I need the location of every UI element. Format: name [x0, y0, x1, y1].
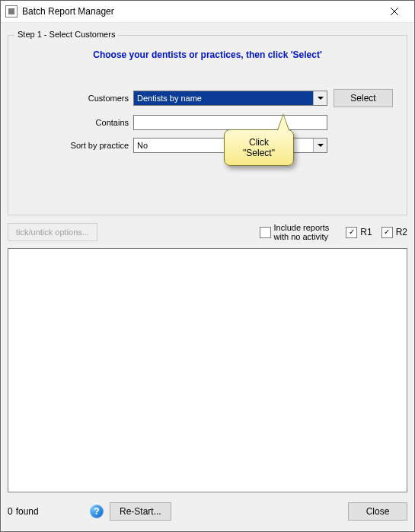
- close-button[interactable]: Close: [348, 502, 407, 521]
- chevron-down-icon: [313, 91, 327, 105]
- checkbox-icon: ✓: [381, 227, 393, 238]
- help-button[interactable]: ?: [90, 505, 104, 518]
- include-no-activity-checkbox[interactable]: Include reports with no activity: [260, 223, 330, 241]
- contains-row: Contains: [18, 115, 397, 130]
- options-row: tick/untick options... Include reports w…: [8, 221, 407, 244]
- tutorial-callout: Click "Select": [224, 129, 294, 166]
- customers-label: Customers: [18, 94, 133, 103]
- client-area: Step 1 - Select Customers Choose your de…: [2, 23, 413, 530]
- window-frame: Batch Report Manager Step 1 - Select Cus…: [0, 0, 415, 532]
- select-button[interactable]: Select: [334, 89, 393, 107]
- count-number: 0: [8, 506, 13, 517]
- checkbox-icon: ✓: [346, 227, 357, 238]
- window-title: Batch Report Manager: [22, 6, 379, 17]
- close-icon: [391, 8, 398, 15]
- sort-row: Sort by practice No: [18, 138, 397, 153]
- footer-bar: 0 found ? Re-Start... Close: [8, 500, 407, 523]
- result-count: 0 found: [8, 506, 84, 517]
- found-label: found: [16, 506, 39, 517]
- step1-instruction: Choose your dentists or practices, then …: [8, 49, 407, 60]
- tick-untick-button[interactable]: tick/untick options...: [8, 223, 97, 241]
- checkbox-icon: [260, 227, 271, 238]
- titlebar[interactable]: Batch Report Manager: [1, 1, 414, 23]
- contains-label: Contains: [18, 118, 133, 127]
- callout-text: Click "Select": [243, 137, 275, 158]
- sort-label: Sort by practice: [18, 141, 133, 150]
- r2-checkbox[interactable]: ✓ R2: [381, 227, 407, 238]
- customers-row: Customers Dentists by name Select: [18, 89, 397, 107]
- customers-combo[interactable]: Dentists by name: [133, 91, 327, 106]
- app-icon: [5, 5, 18, 18]
- chevron-down-icon: [313, 139, 327, 152]
- contains-input[interactable]: [133, 115, 327, 130]
- r1-checkbox[interactable]: ✓ R1: [346, 227, 372, 238]
- restart-button[interactable]: Re-Start...: [110, 502, 171, 521]
- customers-combo-selected: Dentists by name: [134, 91, 313, 105]
- include-no-activity-label: Include reports with no activity: [274, 223, 330, 241]
- help-icon: ?: [94, 506, 99, 517]
- r1-label: R1: [360, 227, 372, 237]
- results-list[interactable]: [8, 248, 407, 492]
- step1-form: Customers Dentists by name Select Contai…: [18, 89, 397, 161]
- close-window-button[interactable]: [379, 2, 410, 21]
- r2-label: R2: [396, 227, 407, 237]
- step1-groupbox: Step 1 - Select Customers Choose your de…: [8, 35, 407, 215]
- step1-legend: Step 1 - Select Customers: [14, 30, 118, 39]
